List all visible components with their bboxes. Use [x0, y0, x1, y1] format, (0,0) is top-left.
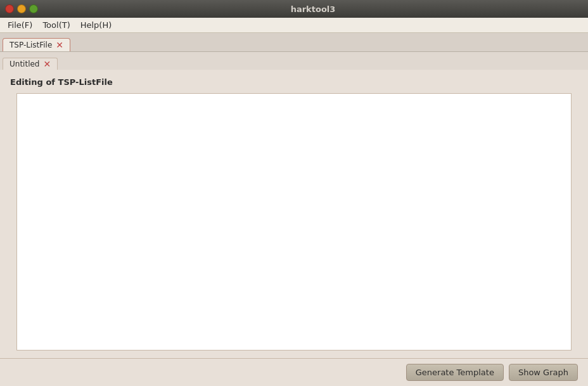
inner-tab-bar: Untitled ✕ [0, 52, 588, 70]
title-bar: harktool3 [0, 0, 588, 18]
menu-tool[interactable]: Tool(T) [37, 19, 75, 31]
menu-bar: File(F) Tool(T) Help(H) [0, 18, 588, 33]
generate-template-button[interactable]: Generate Template [406, 364, 504, 381]
outer-tab-label: TSP-ListFile [10, 41, 52, 49]
main-content: Untitled ✕ Editing of TSP-ListFile Gener… [0, 52, 588, 386]
menu-help[interactable]: Help(H) [75, 19, 117, 31]
inner-tab-close-icon[interactable]: ✕ [43, 60, 51, 68]
outer-tab-close-icon[interactable]: ✕ [56, 41, 63, 49]
outer-tab-bar: TSP-ListFile ✕ [0, 33, 588, 52]
show-graph-button[interactable]: Show Graph [509, 364, 578, 381]
editor-textarea[interactable] [16, 93, 572, 351]
close-button[interactable] [5, 4, 14, 13]
menu-file[interactable]: File(F) [3, 19, 37, 31]
bottom-bar: Generate Template Show Graph [0, 358, 588, 386]
inner-tab-label: Untitled [10, 60, 39, 68]
editor-container [10, 93, 578, 351]
window-title: harktool3 [43, 4, 583, 14]
content-panel: Editing of TSP-ListFile [0, 70, 588, 358]
tab-untitled[interactable]: Untitled ✕ [3, 58, 58, 70]
maximize-button[interactable] [29, 4, 38, 13]
minimize-button[interactable] [17, 4, 26, 13]
section-title: Editing of TSP-ListFile [10, 77, 578, 87]
tab-tsp-listfile[interactable]: TSP-ListFile ✕ [3, 38, 70, 51]
window-controls [5, 4, 38, 13]
